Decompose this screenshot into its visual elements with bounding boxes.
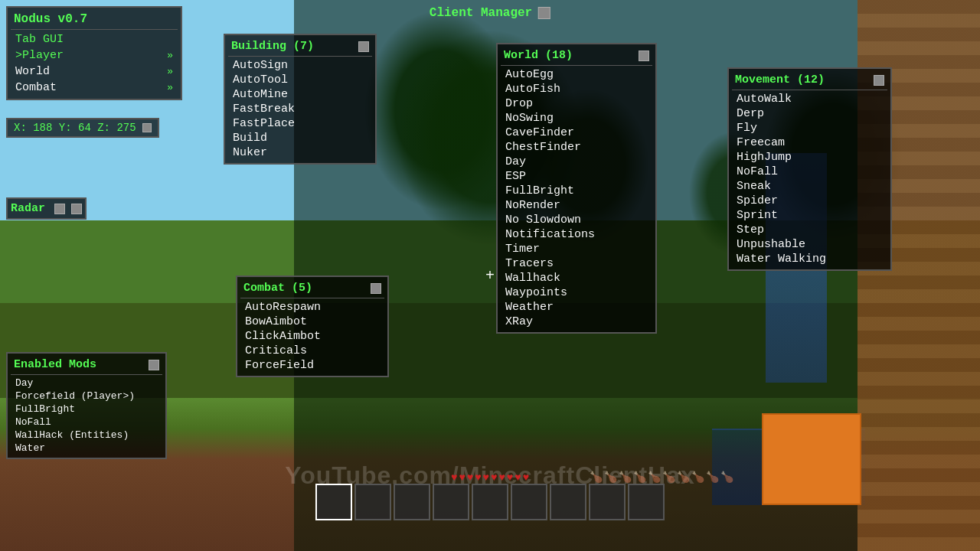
coordinates: X: 188 Y: 64 Z: 275	[6, 118, 159, 138]
hotbar-slot-7	[550, 484, 586, 520]
combat-item-criticals[interactable]: Criticals	[240, 344, 384, 358]
movement-item-autowalk[interactable]: AutoWalk	[732, 92, 887, 106]
enabled-mods-label: Enabled Mods	[14, 358, 96, 371]
menu-item-combat[interactable]: Combat »	[11, 80, 178, 96]
heart-2: ♥	[459, 471, 465, 484]
food-bar: 🍗 🍗 🍗 🍗 🍗 🍗 🍗 🍗 🍗 🍗	[590, 471, 733, 484]
world-panel: World (18) AutoEgg AutoFish Drop NoSwing…	[496, 43, 657, 334]
radar-title: Radar	[11, 202, 82, 215]
movement-item-derp[interactable]: Derp	[732, 106, 887, 121]
enabled-mod-wallhack: WallHack (Entities)	[11, 429, 162, 442]
building-item-fastplace[interactable]: FastPlace	[228, 116, 372, 131]
food-10: 🍗	[720, 471, 733, 484]
world-item-weather[interactable]: Weather	[501, 300, 652, 315]
client-manager: Client Manager	[430, 6, 550, 20]
enabled-mods-checkbox[interactable]	[149, 360, 159, 370]
food-3: 🍗	[619, 471, 632, 484]
movement-title-label: Movement (12)	[735, 73, 825, 86]
tab-gui-label: Tab GUI	[15, 33, 64, 46]
hotbar-slot-2	[354, 484, 391, 520]
player-label: >Player	[15, 49, 64, 62]
heart-3: ♥	[467, 471, 473, 484]
coords-label: X: 188 Y: 64 Z: 275	[14, 122, 136, 134]
heart-4: ♥	[475, 471, 481, 484]
combat-item-forcefield[interactable]: ForceField	[240, 358, 384, 373]
movement-item-fly[interactable]: Fly	[732, 121, 887, 135]
radar-checkbox-2[interactable]	[71, 204, 82, 214]
movement-checkbox[interactable]	[874, 75, 884, 86]
world-item-drop[interactable]: Drop	[501, 96, 652, 111]
world-item-xray[interactable]: XRay	[501, 315, 652, 329]
building-item-fastbreak[interactable]: FastBreak	[228, 102, 372, 116]
world-sep	[501, 65, 652, 66]
movement-item-unpushable[interactable]: Unpushable	[732, 237, 887, 252]
world-item-noslowdown[interactable]: No Slowdown	[501, 213, 652, 227]
player-arrow: »	[167, 50, 173, 61]
combat-checkbox[interactable]	[371, 283, 381, 294]
menu-item-player[interactable]: >Player »	[11, 47, 178, 64]
health-bar: ♥ ♥ ♥ ♥ ♥ ♥ ♥ ♥ ♥ ♥	[451, 471, 529, 484]
enabled-mod-day: Day	[11, 377, 162, 390]
building-item-autosign[interactable]: AutoSign	[228, 58, 372, 73]
building-item-automine[interactable]: AutoMine	[228, 87, 372, 102]
heart-8: ♥	[507, 471, 513, 484]
client-manager-label: Client Manager	[430, 6, 532, 20]
combat-item-bowaimbot[interactable]: BowAimbot	[240, 315, 384, 329]
heart-10: ♥	[523, 471, 529, 484]
building-checkbox[interactable]	[358, 41, 369, 52]
building-item-build[interactable]: Build	[228, 131, 372, 145]
world-item-esp[interactable]: ESP	[501, 169, 652, 184]
world-title-label: World (18)	[504, 49, 573, 62]
world-item-fullbright[interactable]: FullBright	[501, 184, 652, 198]
movement-title: Movement (12)	[732, 72, 887, 88]
enabled-mod-forcefield: Forcefield (Player>)	[11, 390, 162, 403]
world-item-norender[interactable]: NoRender	[501, 198, 652, 213]
movement-item-freecam[interactable]: Freecam	[732, 135, 887, 150]
world-item-wallhack[interactable]: Wallhack	[501, 271, 652, 285]
world-item-noswing[interactable]: NoSwing	[501, 111, 652, 126]
building-item-autotool[interactable]: AutoTool	[228, 73, 372, 87]
world-item-timer[interactable]: Timer	[501, 242, 652, 256]
radar-checkbox-1[interactable]	[54, 204, 65, 214]
food-5: 🍗	[648, 471, 661, 484]
enabled-mods-panel: Enabled Mods Day Forcefield (Player>) Fu…	[6, 352, 167, 459]
building-panel: Building (7) AutoSign AutoTool AutoMine …	[224, 34, 377, 165]
movement-item-sneak[interactable]: Sneak	[732, 179, 887, 194]
world-item-cavefinder[interactable]: CaveFinder	[501, 126, 652, 140]
movement-panel: Movement (12) AutoWalk Derp Fly Freecam …	[727, 67, 892, 271]
client-manager-checkbox[interactable]	[538, 7, 550, 19]
combat-item-clickaimbot[interactable]: ClickAimbot	[240, 329, 384, 344]
movement-item-highjump[interactable]: HighJump	[732, 150, 887, 165]
version-label: Nodus v0.7	[14, 12, 87, 26]
world-item-chestfinder[interactable]: ChestFinder	[501, 140, 652, 155]
building-title: Building (7)	[228, 38, 372, 54]
world-checkbox[interactable]	[639, 51, 649, 61]
combat-item-autorespawn[interactable]: AutoRespawn	[240, 300, 384, 315]
menu-item-tab-gui[interactable]: Tab GUI	[11, 31, 178, 47]
enabled-mod-water: Water	[11, 442, 162, 455]
world-item-tracers[interactable]: Tracers	[501, 256, 652, 271]
combat-title-label: Combat (5)	[243, 282, 312, 295]
movement-item-spider[interactable]: Spider	[732, 194, 887, 208]
radar-label: Radar	[11, 202, 45, 215]
building-item-nuker[interactable]: Nuker	[228, 145, 372, 160]
heart-5: ♥	[483, 471, 489, 484]
world-label: World	[15, 65, 50, 78]
heart-9: ♥	[514, 471, 521, 484]
menu-item-world[interactable]: World »	[11, 64, 178, 80]
movement-item-sprint[interactable]: Sprint	[732, 208, 887, 223]
heart-1: ♥	[451, 471, 457, 484]
movement-item-step[interactable]: Step	[732, 223, 887, 237]
world-item-notifications[interactable]: Notifications	[501, 227, 652, 242]
world-item-waypoints[interactable]: Waypoints	[501, 285, 652, 300]
heart-6: ♥	[491, 471, 497, 484]
food-1: 🍗	[590, 471, 603, 484]
combat-sep	[240, 298, 384, 298]
movement-item-nofall[interactable]: NoFall	[732, 165, 887, 179]
coord-checkbox[interactable]	[142, 123, 152, 132]
movement-item-waterwalking[interactable]: Water Walking	[732, 252, 887, 266]
world-item-autoegg[interactable]: AutoEgg	[501, 67, 652, 82]
world-item-day[interactable]: Day	[501, 155, 652, 169]
world-item-autofish[interactable]: AutoFish	[501, 82, 652, 96]
food-7: 🍗	[677, 471, 690, 484]
